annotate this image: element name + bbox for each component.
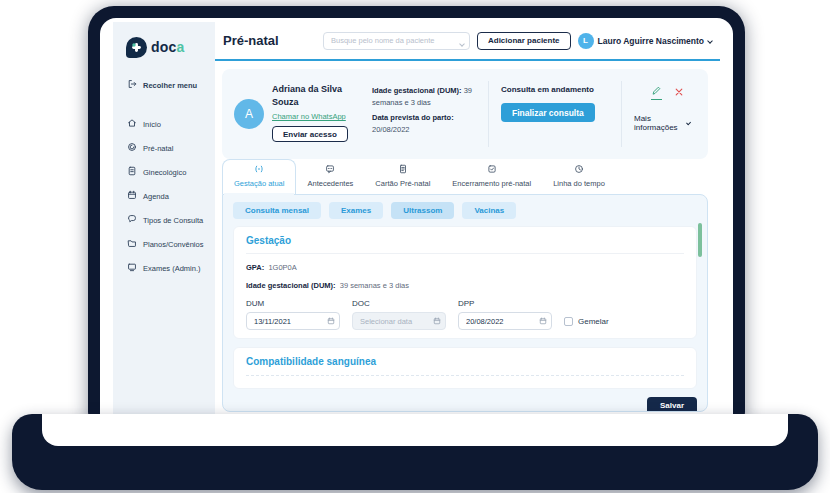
app-logo[interactable]: doca: [113, 32, 215, 62]
calendar-icon: [433, 317, 441, 325]
calendar-icon: [327, 317, 335, 325]
edit-pencil-icon[interactable]: [651, 85, 662, 100]
user-avatar: L: [578, 33, 594, 49]
chevron-down-icon[interactable]: [460, 39, 464, 48]
sidebar-item-tipos-de-consulta[interactable]: Tipos de Consulta: [113, 208, 215, 232]
sidebar-item-label: Ginecológico: [143, 168, 186, 177]
app-window: doca Recolher menu Início: [113, 22, 720, 422]
chat-icon: [127, 214, 137, 226]
subtab-vacinas[interactable]: Vacinas: [462, 202, 516, 219]
save-row: Salvar: [223, 397, 707, 412]
due-date-value: 20/08/2022: [372, 125, 410, 134]
sidebar-item-inicio[interactable]: Início: [113, 112, 215, 136]
sidebar-item-pre-natal[interactable]: Pré-natal: [113, 136, 215, 160]
gestation-form-card: Gestação GPA: 1G0P0A Idade gestacional (…: [233, 226, 697, 339]
twin-checkbox-row[interactable]: Gemelar: [564, 317, 609, 330]
close-icon[interactable]: [674, 87, 684, 99]
gestational-age-label: Idade gestacional (DUM):: [372, 86, 462, 95]
tab-content-panel: Consulta mensal Exames Ultrassom Vacinas…: [222, 194, 708, 412]
doc-label: DOC: [352, 299, 446, 308]
calendar-icon: [539, 317, 547, 325]
sidebar-item-exames-admin[interactable]: Exames (Admin.): [113, 256, 215, 280]
prenatal-icon: [127, 142, 137, 154]
tab-bar: Gestação atual Antecedentes: [222, 166, 708, 194]
monitor-icon: [127, 262, 137, 274]
dpp-label: DPP: [458, 299, 552, 308]
chevron-down-icon: [686, 120, 691, 125]
send-access-button[interactable]: Enviar acesso: [272, 126, 348, 142]
user-name: Lauro Aguirre Nascimento: [598, 36, 704, 46]
section-title-compatibilidade: Compatibilidade sanguínea: [246, 356, 684, 367]
save-button[interactable]: Salvar: [647, 397, 697, 412]
due-date-label: Data prevista do parto:: [372, 113, 454, 122]
subtab-ultrassom[interactable]: Ultrassom: [391, 202, 454, 219]
section-title-gestacao: Gestação: [246, 235, 684, 254]
tab-label: Antecedentes: [307, 179, 353, 188]
sidebar-item-label: Início: [143, 120, 161, 129]
user-menu[interactable]: L Lauro Aguirre Nascimento: [578, 33, 712, 49]
sidebar: doca Recolher menu Início: [113, 22, 215, 422]
fetus-monitor-icon: [254, 164, 264, 176]
collapse-menu-label: Recolher menu: [143, 81, 197, 90]
iga-label: Idade gestacional (DUM):: [246, 281, 336, 290]
folder-icon: [127, 238, 137, 250]
twin-checkbox[interactable]: [564, 317, 573, 326]
tab-antecedentes[interactable]: Antecedentes: [296, 160, 364, 194]
gpa-value: 1G0P0A: [268, 263, 296, 272]
doca-logo-icon: [126, 37, 147, 58]
collapse-menu-icon: [127, 79, 137, 91]
more-info-label: Mais informações: [634, 114, 683, 132]
header-divider: [215, 59, 720, 61]
sidebar-item-label: Pré-natal: [143, 144, 173, 153]
sidebar-item-label: Exames (Admin.): [143, 264, 201, 273]
check-square-icon: [487, 164, 497, 176]
date-fields-row: DUM DOC: [246, 299, 684, 330]
dum-label: DUM: [246, 299, 340, 308]
sidebar-item-label: Tipos de Consulta: [143, 216, 203, 225]
gpa-row: GPA: 1G0P0A: [246, 263, 684, 272]
logo-text: doca: [151, 39, 185, 55]
chevron-down-icon: [707, 38, 713, 44]
sidebar-item-ginecologico[interactable]: Ginecológico: [113, 160, 215, 184]
tab-label: Linha do tempo: [553, 179, 605, 188]
sidebar-item-agenda[interactable]: Agenda: [113, 184, 215, 208]
tab-cartao-pre-natal[interactable]: Cartão Pré-natal: [364, 160, 441, 194]
add-patient-button[interactable]: Adicionar paciente: [477, 32, 571, 50]
laptop-hinge: [42, 414, 788, 446]
clock-icon: [574, 164, 584, 176]
card-document-icon: [398, 164, 408, 176]
doc-input[interactable]: [352, 312, 446, 330]
patient-summary-card: A Adriana da Silva Souza Chamar no Whats…: [222, 69, 708, 159]
patient-name: Adriana da Silva Souza: [272, 83, 358, 109]
page-title: Pré-natal: [223, 33, 279, 48]
subtab-exames[interactable]: Exames: [329, 202, 383, 219]
dpp-input[interactable]: [458, 312, 552, 330]
patient-avatar: A: [234, 99, 264, 129]
dum-input[interactable]: [246, 312, 340, 330]
finish-consultation-button[interactable]: Finalizar consulta: [501, 103, 595, 122]
patient-identity: A Adriana da Silva Souza Chamar no Whats…: [234, 79, 372, 149]
scrollbar-thumb[interactable]: [698, 223, 702, 257]
document-icon: [127, 166, 137, 178]
patient-search-input[interactable]: [323, 32, 470, 50]
more-info-toggle[interactable]: Mais informações: [634, 114, 690, 132]
blood-compatibility-card: Compatibilidade sanguínea: [233, 347, 697, 389]
calendar-icon: [127, 190, 137, 202]
sidebar-menu: Início Pré-natal G: [113, 112, 215, 280]
tab-linha-do-tempo[interactable]: Linha do tempo: [542, 160, 616, 194]
patient-actions: Mais informações: [634, 79, 696, 149]
field-dpp: DPP: [458, 299, 552, 330]
page-header: Pré-natal Adicionar paciente L Lauro Agu…: [215, 22, 720, 59]
iga-row: Idade gestacional (DUM): 39 semanas e 3 …: [246, 281, 684, 290]
screenshot-stage: doca Recolher menu Início: [0, 0, 830, 493]
status-badge: Consulta em andamento: [501, 85, 609, 94]
subtab-consulta-mensal[interactable]: Consulta mensal: [233, 202, 321, 219]
whatsapp-link[interactable]: Chamar no WhatsApp: [272, 112, 346, 121]
tab-encerramento-pre-natal[interactable]: Encerramento pré-natal: [441, 160, 542, 194]
patient-gestation-info: Idade gestacional (DUM): 39 semanas e 3 …: [372, 79, 476, 149]
collapse-menu-button[interactable]: Recolher menu: [113, 79, 215, 91]
tab-label: Encerramento pré-natal: [452, 179, 531, 188]
home-icon: [127, 118, 137, 130]
tab-gestacao-atual[interactable]: Gestação atual: [222, 159, 296, 194]
sidebar-item-planos-convenios[interactable]: Planos/Convênios: [113, 232, 215, 256]
